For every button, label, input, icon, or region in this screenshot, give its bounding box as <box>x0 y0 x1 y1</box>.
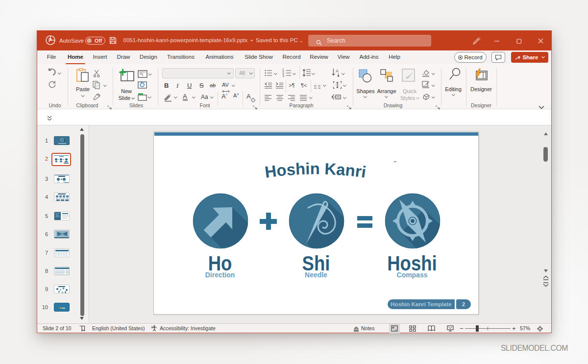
svg-text:Hoshin Kanri: Hoshin Kanri <box>264 160 367 181</box>
svg-text:P: P <box>49 38 52 43</box>
svg-text:A: A <box>336 69 339 73</box>
